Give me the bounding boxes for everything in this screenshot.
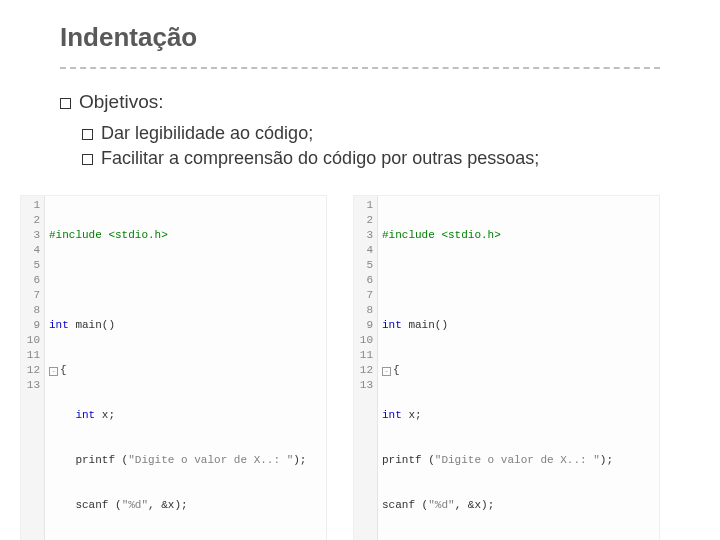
line-number-gutter: 1 2 3 4 5 6 7 8 9 10 11 12 13: [21, 196, 45, 540]
bullet-level2-a: Dar legibilidade ao código;: [82, 123, 660, 144]
bullet-l2a-text: Dar legibilidade ao código;: [101, 123, 313, 143]
code-comparison: 1 2 3 4 5 6 7 8 9 10 11 12 13 #include <…: [20, 195, 660, 540]
page-title: Indentação: [60, 22, 660, 53]
bullet-l1-text: Objetivos:: [79, 91, 163, 112]
square-bullet-icon: [82, 129, 93, 140]
code-pane-indented: 1 2 3 4 5 6 7 8 9 10 11 12 13 #include <…: [20, 195, 327, 540]
bullet-l2b-text: Facilitar a compreensão do código por ou…: [101, 148, 539, 168]
square-bullet-icon: [60, 98, 71, 109]
line-number-gutter: 1 2 3 4 5 6 7 8 9 10 11 12 13: [354, 196, 378, 540]
title-divider: [60, 67, 660, 69]
code-content-left: #include <stdio.h> int main() -{ int x; …: [45, 196, 326, 540]
bullet-level1: Objetivos:: [60, 91, 660, 113]
bullet-level2-b: Facilitar a compreensão do código por ou…: [82, 148, 660, 169]
code-content-right: #include <stdio.h> int main() -{ int x; …: [378, 196, 659, 540]
code-pane-unindented: 1 2 3 4 5 6 7 8 9 10 11 12 13 #include <…: [353, 195, 660, 540]
square-bullet-icon: [82, 154, 93, 165]
